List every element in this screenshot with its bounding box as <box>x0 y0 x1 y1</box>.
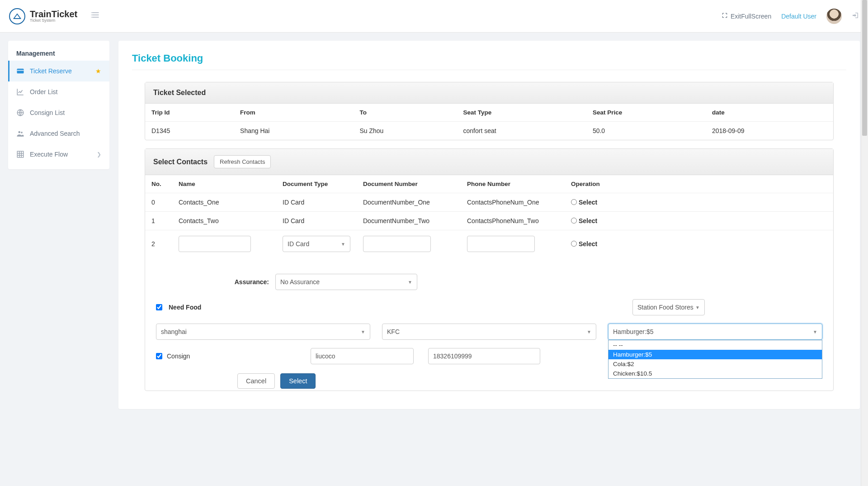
cell-no: 2 <box>145 230 172 258</box>
logout-icon[interactable] <box>852 12 859 20</box>
select-contact-radio[interactable] <box>571 199 577 205</box>
th-name: Name <box>172 175 276 193</box>
cell-operation: Select <box>565 193 833 212</box>
refresh-contacts-button[interactable]: Refresh Contacts <box>214 155 271 168</box>
sidebar-item-advanced-search[interactable]: Advanced Search <box>8 123 109 144</box>
dropdown-option[interactable]: -- -- <box>609 340 822 350</box>
new-contact-name-input[interactable] <box>179 236 251 252</box>
dropdown-option[interactable]: Chicken:$10.5 <box>609 369 822 378</box>
svg-point-9 <box>19 131 21 133</box>
chevron-down-icon: ▼ <box>813 329 817 334</box>
svg-rect-0 <box>92 12 99 13</box>
chevron-down-icon: ▼ <box>408 280 412 285</box>
food-city-value: shanghai <box>161 328 187 335</box>
chevron-down-icon: ▼ <box>587 329 591 334</box>
new-contact-docno-input[interactable] <box>363 236 431 252</box>
food-city-select[interactable]: shanghai ▼ <box>156 324 370 340</box>
users-icon <box>16 129 24 138</box>
food-source-select[interactable]: Station Food Stores ▼ <box>632 299 705 315</box>
avatar[interactable] <box>826 9 842 24</box>
svg-rect-6 <box>17 69 24 74</box>
cell-name: Contacts_Two <box>172 212 276 230</box>
need-food-checkbox[interactable] <box>156 304 162 310</box>
exit-fullscreen-label: ExitFullScreen <box>731 13 771 20</box>
sidebar-section-title: Management <box>8 50 109 61</box>
cell-operation: Select <box>565 212 833 230</box>
sidebar-item-label: Order List <box>30 88 57 95</box>
svg-point-3 <box>91 12 92 13</box>
cell-no: 0 <box>145 193 172 212</box>
sidebar-item-label: Consign List <box>30 109 65 116</box>
th-doc-number: Document Number <box>357 175 461 193</box>
select-contacts-title: Select Contacts <box>153 158 208 166</box>
th-to: To <box>353 104 457 122</box>
chart-icon <box>16 88 24 96</box>
user-menu[interactable]: Default User <box>781 13 816 20</box>
sidebar-item-label: Execute Flow <box>30 151 68 158</box>
sidebar-item-order-list[interactable]: Order List <box>8 81 109 102</box>
consign-checkbox[interactable] <box>156 353 162 359</box>
dropdown-option[interactable]: Cola:$2 <box>609 359 822 369</box>
svg-rect-11 <box>17 151 24 157</box>
star-icon: ★ <box>95 67 101 75</box>
card-icon <box>16 67 24 75</box>
th-no: No. <box>145 175 172 193</box>
cell-phone: ContactsPhoneNum_One <box>461 193 565 212</box>
select-contacts-panel: Select Contacts Refresh Contacts No. Nam… <box>145 148 834 391</box>
svg-point-10 <box>21 132 23 133</box>
divider <box>132 70 846 70</box>
table-row: D1345 Shang Hai Su Zhou confort seat 50.… <box>145 122 833 140</box>
assurance-value: No Assurance <box>280 278 320 286</box>
consign-label: Consign <box>167 353 190 360</box>
globe-icon <box>16 109 24 117</box>
sidebar-item-ticket-reserve[interactable]: Ticket Reserve ★ <box>8 61 109 81</box>
user-name-label: Default User <box>781 13 816 20</box>
cell-from: Shang Hai <box>234 122 353 140</box>
chevron-right-icon: ❯ <box>97 151 101 157</box>
th-seat-price: Seat Price <box>586 104 706 122</box>
th-from: From <box>234 104 353 122</box>
svg-point-5 <box>91 17 92 18</box>
brand-title: TrainTicket <box>30 10 77 19</box>
cell-doc-no: DocumentNumber_Two <box>357 212 461 230</box>
food-store-select[interactable]: KFC ▼ <box>382 324 596 340</box>
cell-seat-price: 50.0 <box>586 122 706 140</box>
op-label: Select <box>579 199 597 206</box>
assurance-select[interactable]: No Assurance ▼ <box>275 274 417 290</box>
exit-fullscreen-link[interactable]: ExitFullScreen <box>722 12 771 20</box>
sidebar-item-execute-flow[interactable]: Execute Flow ❯ <box>8 144 109 165</box>
page-title: Ticket Booking <box>132 52 846 64</box>
svg-rect-7 <box>17 70 24 71</box>
table-row: 0 Contacts_One ID Card DocumentNumber_On… <box>145 193 833 212</box>
select-contact-radio[interactable] <box>571 241 577 247</box>
cancel-button[interactable]: Cancel <box>237 373 275 389</box>
scrollbar[interactable] <box>861 0 868 417</box>
consign-phone-input[interactable] <box>428 348 540 364</box>
food-source-value: Station Food Stores <box>637 304 693 311</box>
food-item-select[interactable]: Hamburger:$5 ▼ <box>608 324 822 340</box>
scrollbar-thumb[interactable] <box>862 0 867 136</box>
dropdown-option[interactable]: Hamburger:$5 <box>609 350 822 359</box>
doc-type-select[interactable]: ID Card ▼ <box>283 236 350 252</box>
cell-no: 1 <box>145 212 172 230</box>
ticket-selected-table: Trip Id From To Seat Type Seat Price dat… <box>145 104 833 140</box>
need-food-label: Need Food <box>169 304 201 311</box>
th-seat-type: Seat Type <box>457 104 586 122</box>
food-item-dropdown: -- -- Hamburger:$5 Cola:$2 Chicken:$10.5 <box>608 340 822 379</box>
cell-phone: ContactsPhoneNum_Two <box>461 212 565 230</box>
fullscreen-exit-icon <box>722 12 728 20</box>
sidebar-item-consign-list[interactable]: Consign List <box>8 102 109 123</box>
consign-name-input[interactable] <box>311 348 414 364</box>
contacts-table: No. Name Document Type Document Number P… <box>145 175 833 257</box>
table-row: 1 Contacts_Two ID Card DocumentNumber_Tw… <box>145 212 833 230</box>
chevron-down-icon: ▼ <box>695 305 700 310</box>
select-contact-radio[interactable] <box>571 218 577 224</box>
menu-toggle-icon[interactable] <box>91 10 100 22</box>
new-contact-phone-input[interactable] <box>467 236 535 252</box>
ticket-selected-title: Ticket Selected <box>153 89 206 97</box>
select-button[interactable]: Select <box>280 373 316 389</box>
doc-type-value: ID Card <box>288 240 309 248</box>
grid-icon <box>16 150 24 158</box>
cell-to: Su Zhou <box>353 122 457 140</box>
cell-operation: Select <box>565 230 833 258</box>
